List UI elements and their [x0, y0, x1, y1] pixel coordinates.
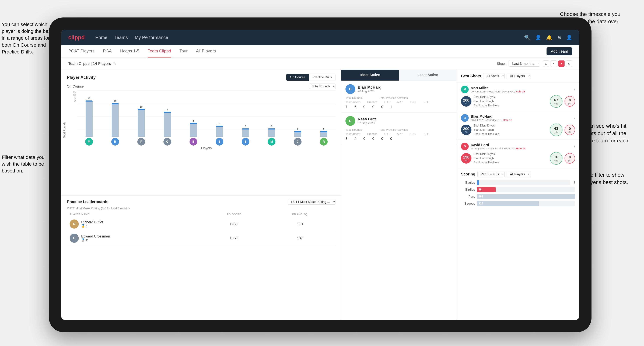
lb-player-name-2: Edward Crossman	[81, 234, 110, 238]
chart-filter-select[interactable]: Total Rounds	[309, 84, 336, 89]
player-avatar-0: M	[77, 138, 100, 146]
left-panel: Player Activity On Course Practice Drill…	[61, 70, 341, 320]
chart-header: On Course Total Rounds	[67, 84, 336, 89]
shot-player-name-1: Matt Miller	[471, 86, 525, 90]
player-avatar-3: C	[156, 138, 179, 146]
player-avatar-5: B	[208, 138, 231, 146]
card-view-icon[interactable]: ♥	[558, 60, 564, 67]
avatar-circle-0: M	[85, 138, 93, 146]
shot-zero-num-2: 0	[569, 127, 571, 131]
total-practice-label-2: Total Practice Activities	[379, 128, 408, 131]
shot-card-header-3: D David Ford 24 Aug 2023 · Royal North D…	[461, 143, 575, 150]
settings-view-icon[interactable]: ⚙	[566, 60, 572, 67]
bell-icon[interactable]: 🔔	[546, 35, 552, 40]
gtt-col-2: GTT	[384, 133, 390, 136]
scoring-bar-wrap-0	[477, 180, 570, 185]
shot-zero-badge-3: 0 yds	[564, 153, 575, 164]
tab-team-clippd[interactable]: Team Clippd	[148, 45, 171, 57]
scoring-bar-wrap-2: 499	[477, 194, 575, 199]
grid-view-icon[interactable]: ⊞	[543, 60, 549, 67]
people-icon[interactable]: 👤	[535, 35, 541, 40]
stats-col-header-2: Tournament Practice GTT APP ARG PUTT	[346, 133, 452, 136]
nav-my-performance[interactable]: My Performance	[135, 35, 168, 40]
y-axis: 15 10 5 0	[67, 91, 77, 110]
practice-filter-select[interactable]: PUTT Must Make Putting ...	[288, 199, 336, 205]
shot-player-info-1: Matt Miller 09 Jun 2023 · Royal North De…	[471, 86, 525, 93]
scoring-players-select[interactable]: All Players	[506, 171, 530, 177]
shot-info-3: Shot Dist: 16 yds Start Lie: Rough End L…	[474, 152, 548, 165]
avatar-circle-8: C	[294, 138, 302, 146]
add-circle-icon[interactable]: ⊕	[557, 35, 561, 40]
bar-group-2: 10	[130, 105, 153, 137]
all-players-select[interactable]: All Players	[506, 73, 530, 79]
nav-home[interactable]: Home	[95, 35, 107, 40]
player-avatar-4: E	[182, 138, 205, 146]
most-active-tab[interactable]: Most Active	[341, 70, 399, 81]
tab-pgat-players[interactable]: PGAT Players	[68, 45, 94, 57]
tab-hcaps[interactable]: Hcaps 1-5	[120, 45, 139, 57]
player-avatar-1: B	[104, 138, 127, 146]
on-course-toggle[interactable]: On Course	[286, 74, 309, 81]
scoring-row-2: Pars499	[461, 194, 575, 199]
silver-medal-icon: 🥈	[81, 238, 85, 242]
tab-pga[interactable]: PGA	[103, 45, 112, 57]
practice-drills-toggle[interactable]: Practice Drills	[309, 74, 336, 81]
search-icon[interactable]: 🔍	[524, 35, 530, 40]
player-avatar-2: F	[130, 138, 153, 146]
bar-value-6: 3	[245, 125, 246, 128]
scoring-bar-fill-0	[477, 180, 479, 185]
tab-tour[interactable]: Tour	[180, 45, 188, 57]
shot-details-3: 198 SG Shot Dist: 16 yds Start Lie: Roug…	[461, 152, 575, 165]
shot-zero-badge-1: 0 yds	[564, 96, 575, 107]
lb-pb-score-2: 18/20	[201, 236, 267, 240]
add-team-button[interactable]: Add Team	[546, 47, 572, 55]
shot-chevron-2[interactable]: ›	[574, 116, 575, 120]
putt-col-2: PUTT	[422, 133, 430, 136]
shot-sg-badge-3: 198 SG	[461, 153, 472, 164]
col-pb-score: PB SCORE	[201, 213, 267, 216]
active-tabs: Most Active Least Active	[341, 70, 456, 81]
gtt-val-1: 0	[363, 105, 365, 109]
scoring-row-0: Eagles3	[461, 180, 575, 185]
practice-col: Practice	[367, 101, 378, 104]
bar-5	[216, 126, 223, 137]
activity-title: Player Activity	[67, 75, 96, 80]
account-icon[interactable]: 👤	[566, 35, 572, 40]
scoring-label-0: Eagles	[461, 181, 475, 184]
bar-group-9: 2	[312, 128, 336, 137]
tournament-col-2: Tournament	[346, 133, 360, 136]
shot-info-2: Shot Dist: 43 yds Start Lie: Rough End L…	[474, 124, 548, 136]
player-avatar-7: M	[260, 138, 283, 146]
nav-teams[interactable]: Teams	[114, 35, 128, 40]
bar-value-0: 13	[88, 97, 90, 100]
practice-title: Practice Leaderboards	[67, 199, 108, 204]
bar-chart: 15 10 5 0 Total Rounds	[67, 91, 336, 150]
shot-player-name-3: David Ford	[471, 143, 525, 147]
total-rounds-label-2: Total Rounds	[346, 128, 362, 131]
team-header: Team Clippd | 14 Players ✎ Show: Last 3 …	[61, 58, 579, 70]
practice-section: Practice Leaderboards PUTT Must Make Put…	[61, 195, 341, 320]
shot-chevron-1[interactable]: ›	[574, 88, 575, 92]
edit-icon[interactable]: ✎	[113, 61, 116, 66]
player-card-avatar-1: B	[346, 84, 355, 94]
player-avatar-6: B	[234, 138, 257, 146]
player-card-info-1: Blair McHarg 26 Aug 2023	[358, 85, 452, 93]
leaderboard-row-2: E Edward Crossman 🥈 2 18/20 107	[67, 231, 336, 245]
putt-val-1: 1	[390, 105, 392, 109]
scoring-bars: Eagles3Birdies96Pars499Bogeys315	[461, 180, 575, 206]
stats-header-1: Total Rounds Total Practice Activities	[346, 96, 452, 100]
putt-col: PUTT	[422, 101, 430, 104]
shot-details-2: 200 SG Shot Dist: 43 yds Start Lie: Roug…	[461, 124, 575, 136]
avatar-circle-9: R	[320, 138, 328, 146]
shot-chevron-3[interactable]: ›	[574, 145, 575, 149]
all-shots-select[interactable]: All Shots	[483, 73, 504, 79]
scoring-par-select[interactable]: Par 3, 4 & 5s	[478, 171, 504, 177]
time-period-select[interactable]: Last 3 months	[508, 61, 540, 67]
middle-panel: Most Active Least Active B Blair McHarg …	[341, 70, 457, 320]
scoring-row-3: Bogeys315	[461, 201, 575, 206]
gold-medal-icon: 🥇	[81, 224, 85, 228]
scoring-bar-fill-1: 96	[477, 187, 496, 192]
list-view-icon[interactable]: ≡	[550, 60, 557, 67]
tab-all-players[interactable]: All Players	[196, 45, 216, 57]
least-active-tab[interactable]: Least Active	[399, 70, 457, 81]
